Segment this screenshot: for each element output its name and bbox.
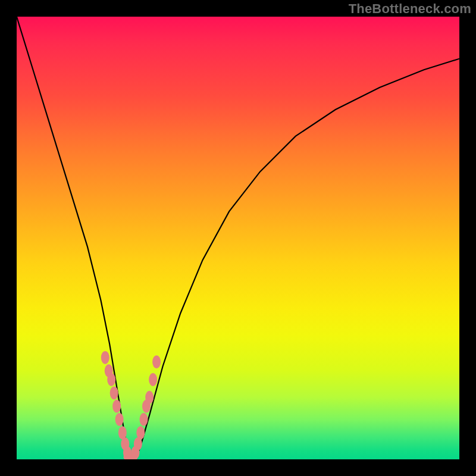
markers [101, 351, 161, 459]
marker-dot [136, 426, 145, 439]
marker-dot [152, 355, 161, 368]
plot-area [17, 17, 459, 459]
marker-dot [134, 437, 142, 450]
marker-dot [149, 373, 157, 386]
main-curve [17, 17, 459, 459]
marker-dot [115, 413, 124, 426]
marker-dot [142, 400, 151, 413]
marker-dot [121, 437, 129, 450]
marker-dot [112, 400, 121, 413]
marker-dot [110, 386, 118, 399]
marker-dot [123, 446, 131, 459]
marker-dot [101, 351, 109, 364]
chart-svg [17, 17, 459, 459]
marker-dot [107, 373, 115, 386]
marker-dot [118, 426, 127, 439]
marker-dot [123, 453, 133, 459]
marker-dot [105, 364, 113, 377]
marker-dot [128, 454, 137, 459]
marker-dot [140, 413, 148, 426]
watermark-text: TheBottleneck.com [349, 1, 471, 17]
chart-frame: TheBottleneck.com [0, 0, 476, 476]
marker-dot [125, 455, 134, 459]
marker-dot [145, 391, 154, 404]
marker-dot [131, 446, 139, 459]
